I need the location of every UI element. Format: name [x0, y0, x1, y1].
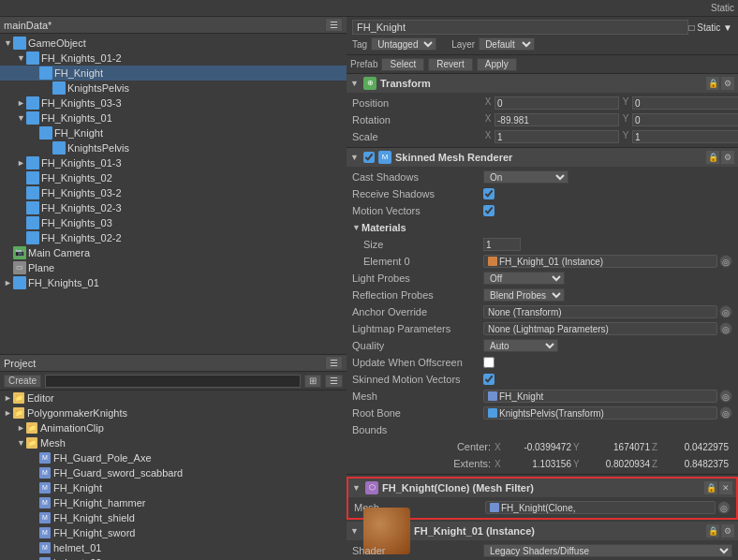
proj-item-3[interactable]: ▼📁Mesh: [0, 435, 347, 450]
mf-lock-btn[interactable]: 🔒: [704, 481, 717, 494]
pos-x[interactable]: [494, 96, 619, 110]
mf-mesh-btn[interactable]: ◎: [717, 501, 731, 514]
tree-item-fh_knights_03[interactable]: FH_Knights_03: [0, 215, 347, 230]
reflection-probes-select[interactable]: Blend ProbesOff: [483, 288, 565, 302]
create-btn[interactable]: Create: [4, 375, 41, 388]
tree-icon-plane: ▭: [13, 261, 26, 274]
proj-item-11[interactable]: Mhelmet_02: [0, 555, 347, 560]
tree-item-knights_pelvis_2[interactable]: KnightsPelvis: [0, 140, 347, 155]
tree-item-fh_knights_01_solo[interactable]: ►FH_Knights_01: [0, 275, 347, 290]
mf-arrow: ▼: [352, 483, 362, 493]
anchor-override-ref[interactable]: None (Transform): [483, 305, 717, 318]
tree-item-fh_knight_sel[interactable]: FH_Knight: [0, 66, 347, 81]
scale-x[interactable]: [494, 130, 619, 143]
tree-item-fh_knight_2[interactable]: FH_Knight: [0, 125, 347, 140]
mf-menu-btn[interactable]: ✕: [719, 481, 732, 494]
proj-item-7[interactable]: MFH_Knight_hammer: [0, 495, 347, 510]
transform-lock-btn[interactable]: 🔒: [706, 77, 719, 90]
tree-item-fh_knights_01_2[interactable]: ▼FH_Knights_01-2: [0, 51, 347, 66]
tree-item-go_root[interactable]: ▼GameObject: [0, 36, 347, 51]
tree-item-plane[interactable]: ▭Plane: [0, 260, 347, 275]
proj-item-8[interactable]: MFH_Knight_shield: [0, 510, 347, 525]
tree-item-fh_knights_03_2[interactable]: FH_Knights_03-2: [0, 185, 347, 200]
skinned-motion-checkbox[interactable]: [483, 374, 494, 385]
proj-item-10[interactable]: Mhelmet_01: [0, 540, 347, 555]
proj-item-2[interactable]: ►📁AnimationClip: [0, 420, 347, 435]
tag-layer-row: Tag Untagged Layer Default: [350, 36, 734, 52]
tree-label-fh_knight_2: FH_Knight: [54, 127, 103, 139]
element0-circle-btn[interactable]: ◎: [719, 255, 732, 268]
root-bone-ref[interactable]: KnightsPelvis(Transform): [483, 406, 717, 420]
mesh-ref[interactable]: FH_Knight: [483, 390, 717, 403]
bounds-label-row: Bounds: [350, 421, 734, 438]
smr-header[interactable]: ▼ M Skinned Mesh Renderer 🔒 ⚙: [347, 148, 738, 167]
proj-item-6[interactable]: MFH_Knight: [0, 480, 347, 495]
hierarchy-panel: mainData* ☰ ▼GameObject▼FH_Knights_01-2F…: [0, 17, 347, 354]
mat-header[interactable]: ▼ FH_Knight_01 (Instance) 🔒 ⚙: [347, 522, 738, 540]
tree-item-knights_pelvis_1[interactable]: KnightsPelvis: [0, 81, 347, 96]
materials-section-row: ▼ Materials: [350, 219, 734, 236]
cast-shadows-select[interactable]: OnOffTwo SidedShadows Only: [483, 170, 568, 184]
tree-item-fh_knights_02_2[interactable]: FH_Knights_02-2: [0, 230, 347, 245]
hierarchy-menu-btn[interactable]: ☰: [325, 18, 343, 32]
project-panel: Project ☰ Create ⊞ ☰ ►📁Editor►📁Polygonma…: [0, 354, 347, 560]
project-tree[interactable]: ►📁Editor►📁PolygonmakerKnights►📁Animation…: [0, 391, 347, 560]
shader-select[interactable]: Legacy Shaders/Diffuse: [483, 544, 732, 557]
tree-item-fh_knights_01_3[interactable]: ►FH_Knights_01-3: [0, 155, 347, 170]
materials-size-input[interactable]: [483, 238, 521, 251]
tree-label-fh_knights_01_3: FH_Knights_01-3: [41, 157, 122, 169]
proj-item-1[interactable]: ►📁PolygonmakerKnights: [0, 405, 347, 420]
quality-select[interactable]: Auto: [483, 339, 558, 352]
project-icon-btn[interactable]: ⊞: [304, 375, 321, 388]
hierarchy-tree[interactable]: ▼GameObject▼FH_Knights_01-2FH_KnightKnig…: [0, 34, 347, 354]
size-row: Size: [350, 236, 734, 253]
tree-item-fh_knights_02[interactable]: FH_Knights_02: [0, 170, 347, 185]
transform-menu-btn[interactable]: ⚙: [721, 77, 734, 90]
proj-item-5[interactable]: MFH_Guard_sword_scabbard: [0, 465, 347, 480]
anchor-override-btn[interactable]: ◎: [719, 305, 732, 318]
root-bone-btn[interactable]: ◎: [719, 406, 732, 420]
object-name-input[interactable]: [352, 20, 688, 35]
element0-ref[interactable]: FH_Knight_01 (Instance): [483, 255, 717, 268]
smr-enabled-checkbox[interactable]: [363, 152, 375, 163]
rot-y[interactable]: [632, 113, 738, 126]
motion-vectors-checkbox[interactable]: [483, 205, 494, 216]
lightmap-params-btn[interactable]: ◎: [719, 322, 732, 335]
lightmap-params-ref[interactable]: None (Lightmap Parameters): [483, 322, 717, 335]
tree-item-fh_knights_02_3[interactable]: FH_Knights_02-3: [0, 200, 347, 215]
proj-arrow-1: ►: [4, 408, 13, 418]
tree-icon-fh_knights_01_solo: [13, 276, 26, 289]
pos-y[interactable]: [632, 96, 738, 110]
position-row: Position X Y Z: [350, 95, 734, 111]
layer-select[interactable]: Default: [479, 37, 535, 51]
mf-header[interactable]: ▼ ⬡ FH_Knight(Clone) (Mesh Filter) 🔒 ✕: [348, 479, 736, 497]
tree-item-fh_knights_03_3[interactable]: ►FH_Knights_03-3: [0, 96, 347, 111]
inspector-top: □ Static ▼ Tag Untagged Layer Default: [347, 17, 738, 55]
mat-lock-btn[interactable]: 🔒: [706, 524, 719, 538]
tree-label-go_root: GameObject: [28, 37, 86, 49]
rot-x[interactable]: [494, 113, 619, 126]
project-menu-btn[interactable]: ☰: [325, 356, 343, 370]
proj-item-9[interactable]: MFH_Knight_sword: [0, 525, 347, 540]
smr-lock-btn[interactable]: 🔒: [706, 151, 719, 164]
light-probes-select[interactable]: OffBlend Probes: [483, 272, 565, 285]
smr-menu-btn[interactable]: ⚙: [721, 151, 734, 164]
proj-item-0[interactable]: ►📁Editor: [0, 391, 347, 405]
project-search-input[interactable]: [45, 375, 301, 388]
scale-y[interactable]: [632, 130, 738, 143]
update-offscreen-checkbox[interactable]: [483, 357, 494, 368]
project-icon-btn2[interactable]: ☰: [325, 375, 343, 388]
tree-item-fh_knights_01[interactable]: ▼FH_Knights_01: [0, 111, 347, 125]
prefab-revert-btn[interactable]: Revert: [428, 58, 472, 71]
tree-item-main_camera[interactable]: 📷Main Camera: [0, 245, 347, 260]
prefab-apply-btn[interactable]: Apply: [477, 58, 517, 71]
receive-shadows-checkbox[interactable]: [483, 188, 494, 199]
tag-select[interactable]: Untagged: [371, 37, 436, 51]
prefab-select-btn[interactable]: Select: [381, 58, 424, 71]
mesh-icon: [488, 391, 497, 401]
mf-mesh-ref[interactable]: FH_Knight(Clone,: [485, 501, 716, 514]
mat-menu-btn[interactable]: ⚙: [721, 524, 734, 538]
proj-item-4[interactable]: MFH_Guard_Pole_Axe: [0, 450, 347, 465]
mesh-btn[interactable]: ◎: [719, 390, 732, 403]
transform-header[interactable]: ▼ ⊕ Transform 🔒 ⚙: [347, 74, 738, 93]
